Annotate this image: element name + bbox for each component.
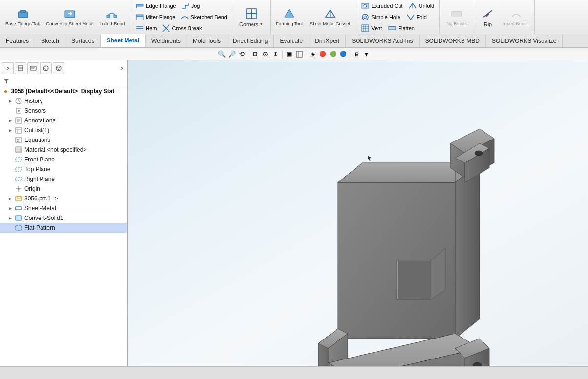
edge-flange-button[interactable]: Edge Flange xyxy=(133,0,178,11)
base-flange-button[interactable]: Base Flange/Tab xyxy=(3,6,42,28)
tab-sheet-metal[interactable]: Sheet Metal xyxy=(101,34,146,47)
edge-flange-icon xyxy=(135,1,144,10)
toolbar-icon-2[interactable]: 🔎 xyxy=(227,49,237,59)
tree-item-top-plane[interactable]: Top Plane xyxy=(0,164,127,174)
flat-pattern-icon xyxy=(15,224,22,232)
svg-point-16 xyxy=(364,4,367,7)
vent-button[interactable]: Vent xyxy=(359,23,384,34)
part-3d-view xyxy=(289,124,509,366)
sidebar-expand-arrow[interactable] xyxy=(118,62,125,74)
toolbar-icon-12[interactable]: 🔵 xyxy=(338,49,348,59)
lofted-bend-button[interactable]: Lofted-Bend xyxy=(97,6,127,28)
tree-item-convert-solid[interactable]: ▶ Convert-Solid1 xyxy=(0,213,127,223)
toolbar-icon-10[interactable]: 🔴 xyxy=(318,49,328,59)
ribbon-section-forming: Forming Tool Sheet Metal Gusset xyxy=(271,0,356,34)
toolbar-icon-8[interactable] xyxy=(294,49,304,59)
fold-icon xyxy=(406,13,415,21)
history-expand: ▶ xyxy=(9,99,15,103)
tab-weldments[interactable]: Weldments xyxy=(146,34,187,47)
rip-button[interactable]: Rip xyxy=(477,5,499,29)
svg-point-84 xyxy=(475,151,483,156)
front-plane-icon xyxy=(15,156,22,163)
flatten-button[interactable]: Flatten xyxy=(386,23,417,34)
tab-sketch[interactable]: Sketch xyxy=(35,34,65,47)
fold-button[interactable]: Fold xyxy=(404,12,429,22)
no-bends-icon xyxy=(450,7,463,20)
tree-item-material[interactable]: Material <not specified> xyxy=(0,145,127,155)
corners-dropdown-arrow: ▼ xyxy=(259,22,263,26)
material-icon xyxy=(15,146,22,154)
tab-mold-tools[interactable]: Mold Tools xyxy=(187,34,227,47)
toolbar-icon-4[interactable]: ⊞ xyxy=(251,49,260,59)
cross-break-button[interactable]: Cross-Break xyxy=(160,23,204,34)
hem-button[interactable]: Hem xyxy=(133,23,159,34)
svg-text:Σ: Σ xyxy=(17,138,20,143)
toolbar-icon-1[interactable]: 🔍 xyxy=(217,49,227,59)
toolbar-icon-13[interactable]: 🖥 xyxy=(352,49,361,59)
ribbon-section-no-bends: No Bends xyxy=(440,0,474,34)
svg-rect-65 xyxy=(16,177,21,181)
sidebar-icon-palette[interactable] xyxy=(53,62,64,74)
cross-break-label: Cross-Break xyxy=(172,25,202,31)
flatten-icon xyxy=(388,24,397,33)
fold-label: Fold xyxy=(417,14,427,20)
origin-icon xyxy=(15,185,22,193)
tree-item-part-ref[interactable]: ▶ 3056.prt.1 -> xyxy=(0,194,127,203)
convert-sheet-metal-button[interactable]: Convert to Sheet Metal xyxy=(43,6,96,28)
toolbar-icon-14[interactable]: ▼ xyxy=(362,49,372,59)
unfold-button[interactable]: Unfold xyxy=(406,0,436,11)
tree-item-cut-list[interactable]: ▶ Cut list(1) xyxy=(0,125,127,135)
tree-item-annotations[interactable]: ▶ Annotations xyxy=(0,116,127,125)
convert-solid-icon xyxy=(15,214,22,222)
tree-item-origin[interactable]: Origin xyxy=(0,184,127,194)
jog-button[interactable]: Jog xyxy=(179,0,202,11)
toolbar-icon-5[interactable]: ⊙ xyxy=(261,49,271,59)
svg-point-51 xyxy=(18,110,20,112)
tab-features[interactable]: Features xyxy=(0,34,35,47)
extruded-cut-button[interactable]: Extruded Cut xyxy=(359,0,404,11)
tree-item-equations[interactable]: Σ Equations xyxy=(0,135,127,145)
sidebar-icon-search[interactable] xyxy=(27,62,39,74)
lofted-bend-icon xyxy=(105,7,119,21)
miter-flange-button[interactable]: Miter Flange xyxy=(133,12,177,22)
sheet-metal-gusset-button[interactable]: Sheet Metal Gusset xyxy=(307,5,353,28)
toolbar-icon-3[interactable]: ⟲ xyxy=(237,49,247,59)
extruded-cut-label: Extruded Cut xyxy=(371,3,402,9)
tree-item-right-plane[interactable]: Right Plane xyxy=(0,174,127,184)
part-ref-icon xyxy=(15,195,22,202)
forming-tool-button[interactable]: Forming Tool xyxy=(273,5,305,28)
tab-sw-addins[interactable]: SOLIDWORKS Add-Ins xyxy=(346,34,419,47)
main-area: ● 3056 (Default<<Default>_Display Stat ▶… xyxy=(0,60,588,366)
simple-hole-button[interactable]: Simple Hole xyxy=(359,12,402,22)
tab-direct-editing[interactable]: Direct Editing xyxy=(227,34,274,47)
tab-sw-mbd[interactable]: SOLIDWORKS MBD xyxy=(420,34,486,47)
toolbar-icon-9[interactable]: ◈ xyxy=(308,49,317,59)
extruded-cut-icon xyxy=(361,1,370,10)
sidebar-icon-list[interactable] xyxy=(15,62,26,74)
status-bar xyxy=(0,366,588,379)
tree-item-sensors[interactable]: Sensors xyxy=(0,106,127,116)
corners-button[interactable]: Corners ▼ xyxy=(235,5,267,29)
sidebar-icon-crosshair[interactable] xyxy=(40,62,52,74)
tree-item-flat-pattern[interactable]: Flat-Pattern xyxy=(0,223,127,233)
tab-evaluate[interactable]: Evaluate xyxy=(274,34,309,47)
tab-dimxpert[interactable]: DimXpert xyxy=(309,34,346,47)
tree-item-history[interactable]: ▶ History xyxy=(0,96,127,106)
tab-surfaces[interactable]: Surfaces xyxy=(65,34,101,47)
tree-item-front-plane[interactable]: Front Plane xyxy=(0,155,127,164)
sketched-bend-icon xyxy=(180,13,189,21)
svg-rect-63 xyxy=(16,158,21,161)
toolbar-icon-7[interactable]: ▣ xyxy=(284,49,294,59)
viewport[interactable] xyxy=(128,60,588,366)
toolbar-icon-6[interactable]: ⊕ xyxy=(271,49,281,59)
tab-sw-visualize[interactable]: SOLIDWORKS Visualize xyxy=(486,34,563,47)
toolbar-icon-11[interactable]: 🟢 xyxy=(328,49,338,59)
sidebar-icon-arrow[interactable] xyxy=(2,62,14,74)
ribbon-bends-bot-row: Hem Cross-Break xyxy=(133,23,229,34)
svg-marker-98 xyxy=(398,261,430,299)
sketched-bend-button[interactable]: Sketched Bend xyxy=(178,12,229,22)
svg-rect-71 xyxy=(16,207,21,210)
corners-icon xyxy=(245,7,258,20)
svg-rect-27 xyxy=(452,11,462,16)
tree-item-sheet-metal-feature[interactable]: ▶ Sheet-Metal xyxy=(0,203,127,213)
